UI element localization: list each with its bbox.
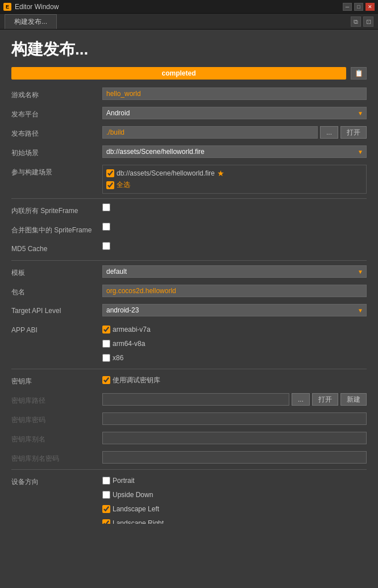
md5-cache-label: MD5 Cache — [11, 242, 102, 253]
game-name-label: 游戏名称 — [11, 87, 102, 100]
title-bar: E Editor Window ─ □ ✕ — [0, 0, 378, 14]
platform-select-wrapper: Android ▼ — [102, 107, 367, 119]
platform-row: 发布平台 Android ▼ — [11, 106, 367, 122]
platform-select[interactable]: Android — [102, 107, 367, 119]
keystore-label: 密钥库 — [11, 374, 102, 386]
star-icon: ★ — [217, 169, 225, 178]
orientation-label: 设备方向 — [11, 474, 102, 487]
select-all-row: 全选 — [106, 179, 363, 191]
app-abi-row: APP ABI armeabi-v7a arm64-v8a x86 — [11, 322, 367, 365]
select-all-label: 全选 — [117, 180, 130, 190]
dock-button[interactable]: ⧉ — [351, 16, 361, 27]
abi-x86-label: x86 — [113, 354, 123, 362]
template-select-wrapper: default ▼ — [102, 265, 367, 278]
orientation-group: Portrait Upside Down Landscape Left Land… — [102, 474, 164, 524]
start-scene-value: db://assets/Scene/helloworld.fire ▼ — [102, 145, 367, 158]
landscape-right-checkbox[interactable] — [102, 519, 110, 524]
build-path-value: ... 打开 — [102, 126, 367, 139]
abi-armeabi-row: armeabi-v7a — [102, 323, 151, 336]
use-debug-keystore-label: 使用调试密钥库 — [113, 376, 160, 385]
target-api-select-wrapper: android-23 ▼ — [102, 304, 367, 316]
md5-cache-checkbox[interactable] — [102, 242, 110, 250]
use-debug-keystore-checkbox[interactable] — [102, 376, 110, 384]
abi-arm64-checkbox[interactable] — [102, 340, 110, 348]
keystore-new-button[interactable]: 新建 — [340, 393, 367, 406]
game-name-input[interactable] — [102, 87, 367, 100]
build-scenes-label: 参与构建场景 — [11, 165, 102, 177]
form-container: 游戏名称 发布平台 Android ▼ 发布路径 — [0, 86, 378, 524]
upside-down-checkbox[interactable] — [102, 491, 110, 499]
keystore-alias-password-row: 密钥库别名密码 — [11, 450, 367, 466]
keystore-open-button[interactable]: 打开 — [312, 393, 338, 406]
target-api-value: android-23 ▼ — [102, 304, 367, 316]
separator-2 — [11, 260, 367, 261]
start-scene-row: 初始场景 db://assets/Scene/helloworld.fire ▼ — [11, 144, 367, 160]
start-scene-select[interactable]: db://assets/Scene/helloworld.fire — [102, 145, 367, 158]
abi-group: armeabi-v7a arm64-v8a x86 — [102, 323, 151, 364]
platform-label: 发布平台 — [11, 107, 102, 119]
keystore-alias-password-value — [102, 451, 367, 464]
inline-sprite-value — [102, 203, 367, 211]
keystore-alias-password-input[interactable] — [102, 451, 367, 464]
package-name-input[interactable] — [102, 285, 367, 297]
progress-bar: completed — [11, 67, 346, 80]
abi-armeabi-checkbox[interactable] — [102, 326, 110, 333]
target-api-select[interactable]: android-23 — [102, 304, 367, 316]
open-path-button[interactable]: 打开 — [340, 126, 367, 139]
inline-sprite-row: 内联所有 SpriteFrame — [11, 202, 367, 218]
orientation-value: Portrait Upside Down Landscape Left Land… — [102, 474, 367, 524]
start-scene-label: 初始场景 — [11, 145, 102, 158]
template-value: default ▼ — [102, 265, 367, 278]
keystore-alias-label: 密钥库别名 — [11, 432, 102, 444]
merge-sprite-checkbox[interactable] — [102, 223, 110, 231]
keystore-row: 密钥库 使用调试密钥库 — [11, 373, 367, 389]
platform-value: Android ▼ — [102, 107, 367, 119]
merge-sprite-row: 合并图集中的 SpriteFrame — [11, 222, 367, 237]
target-api-label: Target API Level — [11, 304, 102, 315]
separator-3 — [11, 369, 367, 369]
landscape-right-row: Landscape Right — [102, 517, 164, 524]
merge-sprite-value — [102, 223, 367, 231]
abi-arm64-row: arm64-v8a — [102, 337, 151, 350]
scene-item: db://assets/Scene/helloworld.fire ★ — [106, 168, 363, 179]
scene-checkbox[interactable] — [106, 169, 114, 177]
minimize-button[interactable]: ─ — [343, 3, 352, 11]
keystore-browse-button[interactable]: ... — [292, 393, 310, 406]
build-path-input[interactable] — [102, 126, 318, 139]
keystore-path-input[interactable] — [102, 393, 289, 406]
package-name-row: 包名 — [11, 283, 367, 299]
browse-button[interactable]: ... — [320, 126, 338, 139]
scroll-area[interactable]: 构建发布... completed 📋 游戏名称 发布平台 Android — [0, 30, 378, 524]
package-name-label: 包名 — [11, 285, 102, 297]
md5-cache-value — [102, 242, 367, 250]
separator-1 — [11, 198, 367, 199]
keystore-alias-input[interactable] — [102, 432, 367, 444]
target-api-row: Target API Level android-23 ▼ — [11, 303, 367, 319]
progress-bar-row: completed 📋 — [0, 67, 378, 86]
progress-log-button[interactable]: 📋 — [351, 67, 367, 80]
landscape-left-label: Landscape Left — [113, 505, 159, 513]
md5-cache-row: MD5 Cache — [11, 241, 367, 257]
landscape-left-checkbox[interactable] — [102, 505, 110, 513]
keystore-alias-row: 密钥库别名 — [11, 431, 367, 447]
keystore-value: 使用调试密钥库 — [102, 374, 367, 386]
keystore-path-input-row: ... 打开 新建 — [102, 393, 367, 406]
keystore-password-input[interactable] — [102, 412, 367, 425]
abi-x86-checkbox[interactable] — [102, 354, 110, 362]
app-abi-label: APP ABI — [11, 323, 102, 334]
keystore-alias-value — [102, 432, 367, 444]
keystore-password-label: 密钥库密码 — [11, 412, 102, 425]
maximize-button[interactable]: □ — [354, 3, 363, 11]
abi-armeabi-label: armeabi-v7a — [113, 326, 151, 333]
select-all-checkbox[interactable] — [106, 181, 114, 189]
template-select[interactable]: default — [102, 265, 367, 278]
build-tab[interactable]: 构建发布... — [5, 14, 57, 29]
portrait-checkbox[interactable] — [102, 477, 110, 485]
close-button[interactable]: ✕ — [365, 3, 375, 11]
float-button[interactable]: ⊡ — [363, 16, 373, 27]
game-name-value — [102, 87, 367, 100]
tab-actions: ⧉ ⊡ — [351, 16, 373, 29]
keystore-path-label: 密钥库路径 — [11, 393, 102, 406]
inline-sprite-checkbox[interactable] — [102, 203, 110, 211]
keystore-path-value: ... 打开 新建 — [102, 393, 367, 406]
